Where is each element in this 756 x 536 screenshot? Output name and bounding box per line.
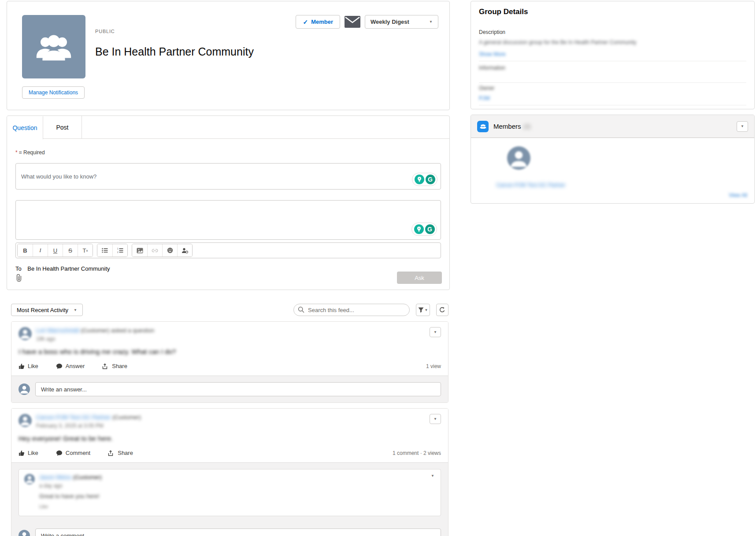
publisher-footer: Ask — [15, 272, 442, 284]
comment-button[interactable]: Comment — [56, 450, 90, 456]
email-digest-select[interactable]: Weekly Digest ▼ — [365, 15, 438, 29]
ask-button[interactable]: Ask — [397, 272, 442, 284]
question-title-wrap: G — [15, 163, 441, 190]
group-header-card: PUBLIC Be In Health Partner Community ✓ … — [7, 1, 450, 110]
information-label: Information — [479, 65, 746, 82]
strikethrough-button[interactable]: S — [63, 244, 78, 257]
feed-item-post: Carson PJW Test GC Partner (Customer) Fe… — [11, 408, 448, 536]
paperclip-icon — [15, 274, 22, 282]
italic-button[interactable]: I — [33, 244, 48, 257]
format-group: B I U S Tx — [17, 244, 93, 257]
required-note: *= Required — [15, 149, 441, 156]
like-button[interactable]: Like — [19, 450, 38, 456]
avatar — [19, 414, 32, 427]
share-button[interactable]: Share — [102, 363, 127, 369]
publisher-body: *= Required G — [7, 139, 449, 272]
grammarly-icon[interactable]: G — [425, 224, 435, 234]
question-details-editor[interactable]: G — [15, 200, 441, 240]
owner-link[interactable]: PJW — [479, 95, 490, 101]
post-text: I have a boss who is driving me crazy. W… — [19, 348, 441, 355]
to-label: To — [15, 265, 22, 272]
timestamp: 19h ago — [36, 336, 154, 342]
view-count: 1 view — [426, 363, 441, 369]
write-answer-input[interactable] — [35, 382, 441, 396]
chevron-down-icon: ▼ — [741, 124, 744, 128]
manage-notifications-button[interactable]: Manage Notifications — [22, 86, 85, 99]
member-name-link[interactable]: Carson PJW Test GC Partner — [483, 182, 578, 188]
insert-emoji-button[interactable] — [162, 244, 177, 257]
group-page: PUBLIC Be In Health Partner Community ✓ … — [0, 0, 756, 536]
write-comment-input[interactable] — [35, 529, 441, 536]
members-title: Members — [493, 123, 521, 130]
feed-item-menu-button[interactable]: ▼ — [430, 414, 441, 424]
divider — [479, 61, 746, 61]
feed-item-menu-button[interactable]: ▼ — [430, 327, 441, 337]
feed-controls-right: ▼ — [293, 304, 448, 316]
question-title-input[interactable] — [15, 163, 441, 190]
bold-button[interactable]: B — [18, 244, 33, 257]
grammarly-icon[interactable]: G — [426, 175, 435, 184]
bullet-list-button[interactable] — [97, 244, 112, 257]
answer-section — [11, 376, 448, 402]
members-card: Members (2) ▼ Carson PJW Test GC Partner… — [471, 115, 755, 204]
header-actions: ✓ Member Weekly Digest ▼ — [296, 15, 438, 29]
chevron-down-icon: ▼ — [434, 417, 437, 421]
feed-search-input[interactable] — [293, 304, 410, 316]
member-button-label: Member — [311, 19, 333, 25]
owner-label: Owner — [479, 85, 746, 91]
filter-funnel-icon — [418, 307, 424, 313]
feed-item-body: Carson PJW Test GC Partner (Customer) Fe… — [11, 409, 448, 462]
author-meta: (Customer) asked a question — [81, 327, 154, 334]
feed-sort-value: Most Recent Activity — [17, 307, 68, 313]
chevron-down-icon: ▼ — [74, 308, 77, 312]
commenter-link[interactable]: Jason Weiss — [39, 474, 71, 480]
view-all-link[interactable]: View All — [729, 192, 747, 198]
feed-item-header: Lori Warrschmidt (Customer) asked a ques… — [19, 327, 441, 342]
tab-question[interactable]: Question — [7, 116, 43, 139]
share-button[interactable]: Share — [108, 450, 133, 456]
comment-text: Great to have you here! — [39, 493, 102, 499]
group-visibility: PUBLIC — [95, 29, 115, 34]
to-audience: Be In Health Partner Community — [27, 265, 110, 272]
to-line: To Be In Health Partner Community — [15, 265, 441, 272]
members-header: Members (2) ▼ — [471, 115, 754, 138]
email-digest-value: Weekly Digest — [371, 19, 409, 25]
show-more-link[interactable]: Show More — [479, 51, 506, 57]
clear-format-button[interactable]: Tx — [78, 244, 93, 257]
comment-menu-button[interactable]: ▼ — [431, 474, 434, 478]
chevron-down-icon: ▼ — [429, 20, 433, 24]
like-button[interactable]: Like — [19, 363, 38, 369]
feed-filter-button[interactable]: ▼ — [416, 304, 430, 316]
author-link[interactable]: Carson PJW Test GC Partner — [36, 414, 111, 421]
tab-post[interactable]: Post — [43, 116, 82, 138]
feed-refresh-button[interactable] — [436, 304, 448, 316]
insert-link-button[interactable] — [147, 244, 162, 257]
write-answer-row — [19, 382, 441, 396]
members-collapse-button[interactable]: ▼ — [737, 121, 748, 132]
write-comment-row — [19, 529, 441, 536]
author-link[interactable]: Lori Warrschmidt — [36, 327, 79, 334]
languagetool-bulb-icon[interactable] — [414, 224, 424, 234]
feed-sort-select[interactable]: Most Recent Activity ▼ — [11, 304, 83, 316]
chevron-down-icon: ▼ — [434, 330, 437, 334]
insert-image-button[interactable] — [132, 244, 147, 257]
email-envelope-icon — [344, 15, 361, 29]
numbered-list-button[interactable]: 12 — [112, 244, 127, 257]
feed-item-header: Carson PJW Test GC Partner (Customer) Fe… — [19, 414, 441, 429]
answer-button[interactable]: Answer — [56, 363, 85, 369]
member-button[interactable]: ✓ Member — [296, 15, 340, 29]
underline-button[interactable]: U — [48, 244, 63, 257]
languagetool-bulb-icon[interactable] — [415, 175, 424, 184]
comment-like-button[interactable]: Like — [39, 504, 48, 509]
comment-byline: Jason Weiss (Customer) a day ago Great t… — [39, 474, 102, 510]
avatar — [19, 530, 30, 536]
mention-user-button[interactable] — [177, 244, 192, 257]
share-icon — [102, 363, 109, 369]
thumbs-up-icon — [19, 363, 25, 369]
check-icon: ✓ — [303, 19, 308, 26]
attach-file-button[interactable] — [15, 274, 22, 282]
group-details-card: Group Details Description A general disc… — [471, 1, 755, 109]
refresh-icon — [439, 307, 445, 313]
feed-item-body: Lori Warrschmidt (Customer) asked a ques… — [11, 322, 448, 376]
group-avatar — [22, 15, 85, 78]
